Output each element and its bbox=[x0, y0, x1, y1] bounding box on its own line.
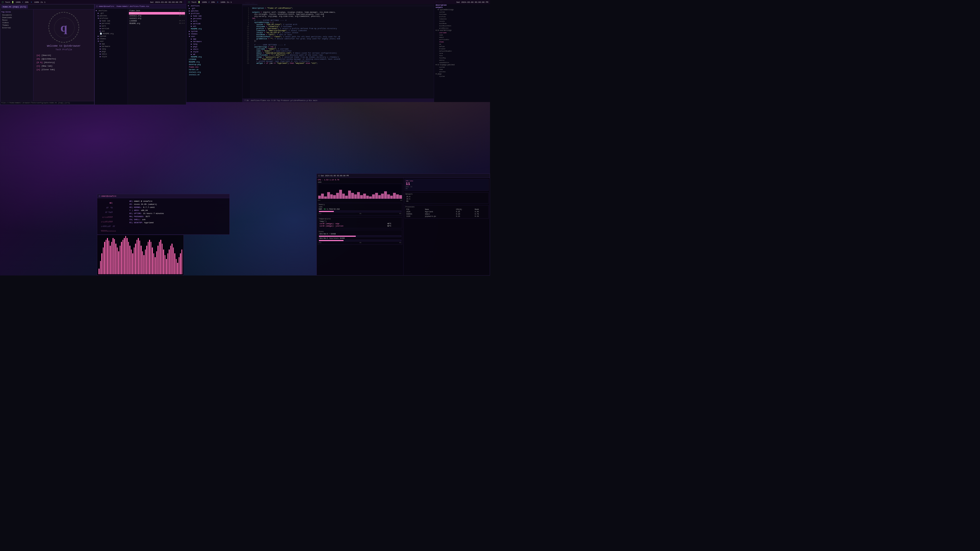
viz-bar bbox=[121, 242, 122, 275]
folder-icon: ▼ bbox=[98, 17, 99, 19]
tree-item[interactable]: 📄 README.org bbox=[95, 32, 127, 35]
viz-bar bbox=[180, 253, 181, 275]
folder-icon: ▶ bbox=[98, 15, 99, 17]
battery-value: 100% bbox=[16, 1, 21, 3]
editor-tree-item[interactable]: ▶ lang bbox=[187, 43, 242, 45]
viz-bar bbox=[141, 246, 142, 275]
sidebar-item[interactable]: Documents bbox=[1, 14, 32, 16]
editor-tree-item[interactable]: install.sh bbox=[187, 73, 242, 76]
tree-item[interactable]: ▶ app bbox=[95, 43, 127, 45]
viz-bar bbox=[135, 244, 136, 274]
tree-item[interactable]: ▼ user bbox=[95, 40, 127, 43]
tree-item[interactable]: ▶ home lab bbox=[95, 20, 127, 22]
editor-tree-item[interactable]: ▶ patches bbox=[187, 10, 242, 12]
sysmon-header: ⬡ Sat 2024-01-09 05:06:00 PM bbox=[317, 174, 490, 178]
editor-tree-item[interactable]: harden.sh bbox=[187, 68, 242, 71]
tags: 2s 1 bbox=[41, 1, 45, 3]
file-list-item-selected[interactable]: flake.nix 2.26 K bbox=[129, 12, 185, 14]
sidebar-item[interactable]: External bbox=[1, 27, 32, 29]
editor-tree-item[interactable]: ▶ .git bbox=[187, 7, 242, 10]
folder-icon: ▶ bbox=[100, 48, 101, 50]
outline-wmtype: wmType bbox=[435, 45, 489, 48]
editor-tree-item[interactable]: ▼ user bbox=[187, 35, 242, 38]
editor-tree-flake-item[interactable]: flake.nix bbox=[187, 66, 242, 68]
outline-name: name bbox=[435, 34, 489, 36]
editor-tree-item[interactable]: ▶ hardware bbox=[187, 40, 242, 43]
tree-item[interactable]: ▶ hardware bbox=[95, 45, 127, 48]
network-table: 36.0 18.5 0% bbox=[406, 196, 488, 203]
tree-themes-item[interactable]: ▶ themes bbox=[95, 38, 127, 40]
editor-tree-item[interactable]: README.org bbox=[187, 56, 242, 58]
viz-bar bbox=[169, 249, 170, 275]
viz-bar bbox=[155, 257, 156, 275]
viz-bar bbox=[117, 248, 118, 274]
outline-locale: locale bbox=[435, 20, 489, 22]
editor-tree-item[interactable]: ▶ style bbox=[187, 51, 242, 53]
editor-tree-themes-item[interactable]: ▶ themes bbox=[187, 33, 242, 35]
tree-item[interactable]: ▶ shell bbox=[95, 53, 127, 56]
sidebar-item[interactable]: Downloads bbox=[1, 16, 32, 19]
editor-tree-item[interactable]: ▶ system bbox=[187, 30, 242, 33]
menu-close-tab[interactable]: [x] [Close tab] bbox=[35, 68, 92, 71]
file-list-item[interactable]: LICENSE 34.2 K bbox=[129, 20, 185, 22]
editor-tree-item[interactable]: ▶ app bbox=[187, 38, 242, 40]
menu-search[interactable]: [o] [Search] bbox=[35, 54, 92, 57]
editor-tree-item[interactable]: LICENSE bbox=[187, 58, 242, 61]
tree-item[interactable]: ▶ pkgs bbox=[95, 50, 127, 53]
tree-item[interactable]: ▶ personal bbox=[95, 22, 127, 25]
qute-active-tab[interactable]: home.ht [top] [1/1] bbox=[1, 5, 28, 8]
editor-tree-item[interactable]: install.org bbox=[187, 71, 242, 73]
editor-tree-item[interactable]: desktop.png bbox=[187, 63, 242, 66]
editor-tree-item[interactable]: ▶ personal bbox=[187, 17, 242, 20]
tree-item[interactable]: ▶ work bbox=[95, 25, 127, 27]
editor-tree-item[interactable]: ▶ wm bbox=[187, 53, 242, 56]
file-list-item[interactable]: install.org bbox=[129, 17, 185, 20]
editor-tree-item[interactable]: ▶ work bbox=[187, 20, 242, 22]
sidebar-item[interactable]: Videos bbox=[1, 21, 32, 24]
tree-item[interactable]: ▶ lang bbox=[95, 48, 127, 50]
menu-new-tab[interactable]: [t] [New tab] bbox=[35, 64, 92, 68]
editor-tree-item[interactable]: ▶ pkgs bbox=[187, 45, 242, 48]
menu-history[interactable]: [S h] [History] bbox=[35, 61, 92, 64]
folder-icon: ▶ bbox=[100, 56, 101, 58]
editor-tree-item[interactable]: ▶ home lab bbox=[187, 15, 242, 17]
sidebar-item[interactable]: Music bbox=[1, 19, 32, 21]
tree-item[interactable]: ▶ wsl bbox=[95, 30, 127, 32]
viz-bar bbox=[104, 242, 105, 275]
file-list-item[interactable]: README.org 10.9 K bbox=[129, 22, 185, 25]
cpu-bar bbox=[372, 194, 375, 199]
qute-content: Top-Sites Documents Downloads Music Vide… bbox=[0, 10, 94, 105]
tree-item[interactable]: ▶ .git bbox=[95, 12, 127, 14]
cpu-icon: ⚡ bbox=[22, 1, 23, 3]
editor-tree-item[interactable]: README.org bbox=[187, 61, 242, 63]
file-list-item[interactable]: flake.lock 27.5 K bbox=[129, 10, 185, 12]
editor-tree-item[interactable]: ▼ profiles bbox=[187, 12, 242, 15]
tree-item[interactable]: ▶ patches bbox=[95, 14, 127, 17]
tree-item[interactable]: ▼ profiles bbox=[95, 17, 127, 20]
tree-item[interactable]: ▶ style bbox=[95, 56, 127, 58]
status-bar-left: ⬡ Tech 🔋 100% ⚡ 20% 🔹 100% 2s 1 Sat 2024… bbox=[0, 0, 184, 4]
viz-bar bbox=[156, 251, 157, 274]
menu-quickmarks[interactable]: [b] [Quickmarks] bbox=[35, 57, 92, 60]
qute-logo: q bbox=[48, 12, 79, 43]
editor-tree-item[interactable]: ▶ wsl bbox=[187, 25, 242, 27]
tree-item[interactable]: ▶ system bbox=[95, 35, 127, 38]
viz-bar bbox=[106, 240, 107, 274]
viz-bar bbox=[181, 249, 183, 275]
wm-tag: ⬡ bbox=[2, 1, 3, 3]
visualization-bars bbox=[97, 235, 184, 275]
tree-item[interactable]: ▶ worklab bbox=[95, 27, 127, 30]
viz-bar bbox=[163, 249, 164, 275]
outline-description: description bbox=[435, 4, 489, 6]
editor-tree-item[interactable]: README.org bbox=[187, 27, 242, 30]
editor-tree-item[interactable]: ▶ shell bbox=[187, 48, 242, 51]
wm-label: Tech bbox=[5, 1, 10, 3]
neofetch-body: WE| // \\ // \\// ;;:;;///// ;:;;//;////… bbox=[97, 198, 229, 234]
sidebar-item[interactable]: Themes bbox=[1, 24, 32, 27]
file-list-item[interactable]: install.org 10.5 K bbox=[129, 14, 185, 17]
outline-wm: wm bbox=[435, 43, 489, 45]
editor-code-content[interactable]: description = "Flake of LibrePhoenix"; o… bbox=[250, 6, 434, 98]
editor-file-tree: ▼ .dotfiles ▶ .git ▶ patches ▼ profiles … bbox=[186, 4, 242, 102]
editor-tree-item[interactable]: ▶ worklab bbox=[187, 22, 242, 25]
editor-code-area[interactable]: 1 2 3 4 5 6 7 8 9 10 11 12 13 14 15 16 1… bbox=[242, 6, 434, 98]
